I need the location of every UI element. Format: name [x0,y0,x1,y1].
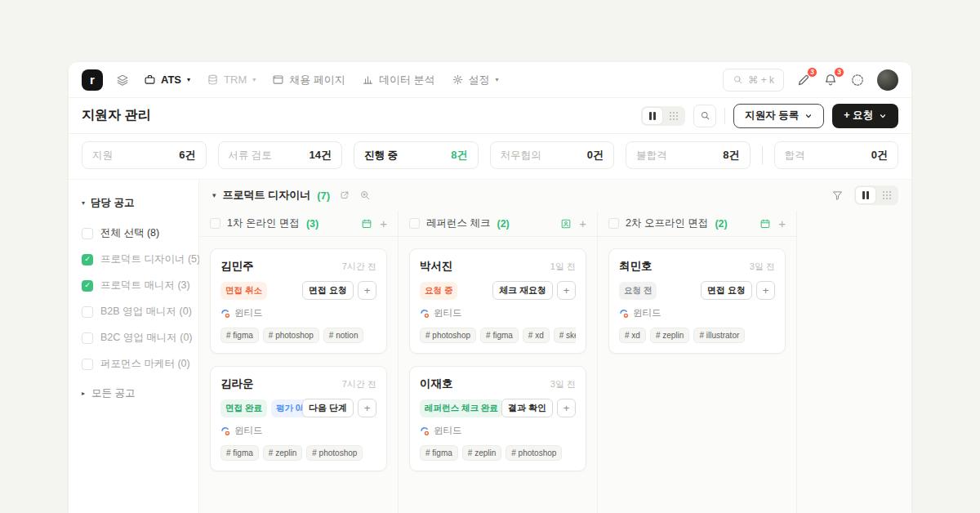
calendar-icon[interactable] [760,218,771,230]
kanban-column: 레퍼런스 체크 (2) + 박서진 1일 전 요청 중 체크 재요청 + 윈티드… [399,211,598,513]
column-add-icon[interactable]: + [380,217,387,230]
sidebar-job-filter[interactable]: B2C 영업 매니저 (0) [82,331,185,345]
checkbox[interactable] [82,332,93,344]
grid-view-button[interactable] [664,108,684,124]
topnav-item[interactable]: ATS ▾ [144,74,190,86]
skill-tag: # xd [619,328,646,343]
pen-notification-badge: 3 [807,67,817,78]
workspace-stack-icon[interactable] [116,74,129,87]
topnav-item[interactable]: 데이터 분석 [362,73,435,87]
card-add-button[interactable]: + [756,281,775,300]
card-action-button[interactable]: 면접 요청 [701,281,752,300]
bell-icon[interactable]: 3 [823,73,838,87]
sidebar-job-filter[interactable]: 퍼포먼스 마케터 (0) [82,357,185,371]
topnav-item[interactable]: 설정 ▾ [452,73,499,87]
sidebar-job-filter[interactable]: 전체 선택 (8) [82,226,185,240]
chevron-down-icon: ▾ [496,76,499,83]
sidebar-footer-label: 모든 공고 [91,386,135,400]
nav-label: 채용 페이지 [289,73,345,87]
column-checkbox[interactable] [409,218,420,229]
sidebar-job-filter[interactable]: B2B 영업 매니저 (0) [82,305,185,319]
candidate-card[interactable]: 김민주 7시간 전 면접 취소 면접 요청 + 윈티드 # figma# pho… [210,248,387,354]
card-action-button[interactable]: 다음 단계 [302,399,354,417]
card-add-button[interactable]: + [557,281,576,300]
column-add-icon[interactable]: + [778,217,786,230]
skill-tags: # figma# photoshop# notion [220,328,376,343]
candidate-card[interactable]: 김라운 7시간 전 면접 완료평가 0/2 다음 단계 + 윈티드 # figm… [210,366,387,471]
pipeline-stat-box[interactable]: 지원 6건 [82,141,207,169]
chevron-down-icon [804,112,813,120]
column-checkbox[interactable] [608,218,619,229]
chat-bubble-icon[interactable] [850,73,865,87]
view-toggle [641,106,685,126]
page-title: 지원자 관리 [82,107,150,124]
search-icon-button[interactable] [693,105,716,127]
user-avatar[interactable] [877,69,898,91]
sidebar-section-all-jobs[interactable]: ▸ 모든 공고 [82,386,185,400]
candidate-card[interactable]: 박서진 1일 전 요청 중 체크 재요청 + 윈티드 # photoshop# … [409,248,586,354]
column-count: (3) [306,218,318,230]
sidebar-item-label: 프로덕트 매니저 (3) [100,279,190,292]
candidate-name: 최민호 [619,259,653,274]
triangle-down-icon[interactable]: ▾ [212,191,216,199]
pipeline-stat-box[interactable]: 처우협의 0건 [490,141,615,169]
source-label: 윈티드 [234,425,263,437]
status-badge: 요청 중 [420,282,457,300]
column-card-list: 김민주 7시간 전 면접 취소 면접 요청 + 윈티드 # figma# pho… [199,237,398,483]
kanban-column: 1차 온라인 면접 (3) + 김민주 7시간 전 면접 취소 면접 요청 + … [199,211,399,513]
checkbox[interactable]: ✓ [82,254,93,265]
card-action-button[interactable]: 체크 재요청 [492,281,553,300]
column-header: 2차 오프라인 면접 (2) + [598,211,796,237]
status-badges: 면접 완료평가 0/2 [220,399,299,417]
card-add-button[interactable]: + [358,399,376,417]
skill-tag: # figma [220,445,259,461]
skill-tag: # sketch [554,328,576,343]
pipeline-stat-box[interactable]: 서류 검토 14건 [218,141,343,169]
global-search-button[interactable]: ⌘ + k [723,69,784,91]
external-link-icon[interactable] [339,190,350,201]
kanban-view-button[interactable] [643,108,662,124]
skill-tag: # figma [420,445,458,461]
sidebar-job-filter[interactable]: ✓ 프로덕트 매니저 (3) [82,279,185,292]
topnav-item[interactable]: 채용 페이지 [272,73,345,87]
sidebar-job-filter[interactable]: ✓ 프로덕트 디자이너 (5) [82,252,185,266]
sidebar-section-my-jobs[interactable]: ▾ 담당 공고 [82,196,185,210]
register-applicant-button[interactable]: 지원자 등록 [733,104,824,128]
app-logo[interactable]: r [82,69,103,91]
kanban-view-button[interactable] [856,187,875,203]
checkbox[interactable] [82,228,93,239]
stat-value: 6건 [179,148,195,163]
compose-pen-icon[interactable]: 3 [796,73,811,87]
status-badge: 면접 취소 [220,282,267,300]
card-add-button[interactable]: + [358,281,376,300]
column-add-icon[interactable]: + [579,217,586,230]
pipeline-stat-box[interactable]: 진행 중 8건 [354,141,479,169]
calendar-icon[interactable] [361,218,372,230]
board-title: 프로덕트 디자이너 [223,188,311,203]
pipeline-stat-box[interactable]: 불합격 8건 [626,141,751,169]
card-timestamp: 1일 전 [550,261,576,273]
status-badge: 레퍼런스 체크 완료 [420,399,503,417]
card-action-button[interactable]: 결과 확인 [501,399,553,417]
card-action-button[interactable]: 면접 요청 [302,281,354,300]
zoom-in-icon[interactable] [359,190,371,201]
reference-check-icon[interactable] [560,218,572,230]
stat-value: 0건 [871,148,888,163]
grid-view-button[interactable] [877,187,897,203]
column-checkbox[interactable] [210,218,220,229]
candidate-card[interactable]: 이재호 3일 전 레퍼런스 체크 완료 결과 확인 + 윈티드 # figma#… [409,366,586,471]
topnav-item[interactable]: TRM ▾ [207,74,256,86]
skill-tag: # illustrator [693,328,745,343]
filter-funnel-icon[interactable] [831,190,844,202]
checkbox[interactable] [82,306,93,318]
request-button[interactable]: + 요청 [832,104,898,128]
card-add-button[interactable]: + [557,399,576,417]
candidate-card[interactable]: 최민호 3일 전 요청 전 면접 요청 + 윈티드 # xd# zeplin# … [608,248,786,354]
pipeline-stat-box[interactable]: 합격 0건 [774,141,899,169]
candidate-name: 김민주 [220,259,254,274]
checkbox[interactable] [82,359,93,370]
skill-tag: # zeplin [263,445,302,461]
status-badges: 레퍼런스 체크 완료 [420,399,498,417]
checkbox[interactable]: ✓ [82,280,93,292]
column-card-list: 박서진 1일 전 요청 중 체크 재요청 + 윈티드 # photoshop# … [399,237,597,483]
